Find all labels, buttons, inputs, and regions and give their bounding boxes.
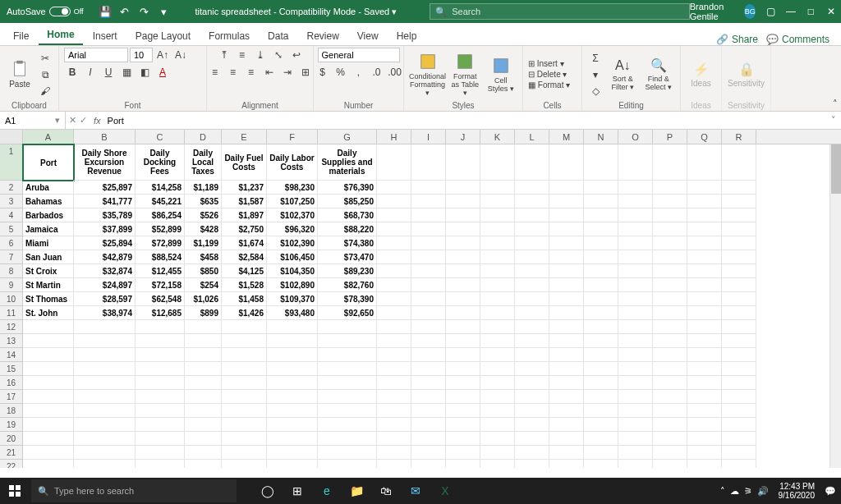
cell-M14[interactable] <box>549 348 584 362</box>
cell-K3[interactable] <box>480 195 515 208</box>
cell-R11[interactable] <box>722 306 756 320</box>
cell-L9[interactable] <box>515 278 549 292</box>
cell-H10[interactable] <box>377 292 411 306</box>
currency-icon[interactable]: $ <box>315 65 331 80</box>
cell-Q22[interactable] <box>687 460 722 468</box>
cell-J1[interactable] <box>446 144 480 181</box>
cell-A2[interactable]: Aruba <box>23 181 74 195</box>
cell-H20[interactable] <box>377 432 411 446</box>
cell-R12[interactable] <box>722 320 756 334</box>
cell-M21[interactable] <box>549 446 584 460</box>
cell-O18[interactable] <box>618 404 653 418</box>
cell-D10[interactable]: $1,026 <box>185 292 222 306</box>
tab-view[interactable]: View <box>349 27 387 45</box>
delete-cells-button[interactable]: ⊟ Delete ▾ <box>528 70 570 79</box>
cell-F1[interactable]: Daily Labor Costs <box>267 144 318 181</box>
bold-icon[interactable]: B <box>64 65 80 80</box>
cell-R3[interactable] <box>722 195 756 208</box>
cell-M5[interactable] <box>549 222 584 236</box>
cell-C15[interactable] <box>136 362 185 376</box>
cell-O7[interactable] <box>618 250 653 264</box>
cell-J20[interactable] <box>446 432 480 446</box>
cell-E12[interactable] <box>222 320 267 334</box>
cell-B22[interactable] <box>74 460 136 468</box>
cell-P13[interactable] <box>653 334 687 348</box>
cell-I18[interactable] <box>411 404 446 418</box>
cell-M17[interactable] <box>549 390 584 404</box>
cell-O19[interactable] <box>618 418 653 432</box>
cell-H4[interactable] <box>377 208 411 222</box>
cell-I6[interactable] <box>411 236 446 250</box>
cell-M4[interactable] <box>549 208 584 222</box>
mail-icon[interactable]: ✉ <box>401 478 430 504</box>
row-header-13[interactable]: 13 <box>0 334 23 348</box>
cell-H18[interactable] <box>377 404 411 418</box>
cell-E21[interactable] <box>222 446 267 460</box>
excel-icon[interactable]: X <box>430 478 460 504</box>
cell-J14[interactable] <box>446 348 480 362</box>
cell-H15[interactable] <box>377 362 411 376</box>
cell-I1[interactable] <box>411 144 446 181</box>
cell-O1[interactable] <box>618 144 653 181</box>
cell-I14[interactable] <box>411 348 446 362</box>
cell-P14[interactable] <box>653 348 687 362</box>
align-right-icon[interactable]: ≡ <box>243 65 260 80</box>
cell-G1[interactable]: Daily Supplies and materials <box>318 144 377 181</box>
cell-I5[interactable] <box>411 222 446 236</box>
share-button[interactable]: 🔗 Share <box>716 34 758 45</box>
maximize-icon[interactable]: □ <box>801 0 820 23</box>
sort-filter-button[interactable]: A↓Sort & Filter ▾ <box>606 58 640 91</box>
cell-K1[interactable] <box>480 144 515 181</box>
row-header-6[interactable]: 6 <box>0 236 23 250</box>
increase-decimal-icon[interactable]: .0 <box>369 65 385 80</box>
cell-M2[interactable] <box>549 181 584 195</box>
cell-L11[interactable] <box>515 306 549 320</box>
cell-D11[interactable]: $899 <box>185 306 222 320</box>
cell-J7[interactable] <box>446 250 480 264</box>
col-header-N[interactable]: N <box>584 130 618 144</box>
cell-C12[interactable] <box>136 320 185 334</box>
font-size-select[interactable] <box>130 48 153 62</box>
row-header-7[interactable]: 7 <box>0 250 23 264</box>
cell-O10[interactable] <box>618 292 653 306</box>
cell-C16[interactable] <box>136 376 185 390</box>
cell-J11[interactable] <box>446 306 480 320</box>
cell-I8[interactable] <box>411 264 446 278</box>
format-cells-button[interactable]: ▦ Format ▾ <box>528 80 570 89</box>
cell-N20[interactable] <box>584 432 618 446</box>
redo-icon[interactable]: ↷ <box>136 3 153 20</box>
cell-H16[interactable] <box>377 376 411 390</box>
cell-C21[interactable] <box>136 446 185 460</box>
scroll-thumb[interactable] <box>831 144 841 194</box>
cell-B10[interactable]: $28,597 <box>74 292 136 306</box>
cell-M18[interactable] <box>549 404 584 418</box>
cell-R22[interactable] <box>722 460 756 468</box>
cell-D13[interactable] <box>185 334 222 348</box>
cell-N12[interactable] <box>584 320 618 334</box>
cell-D3[interactable]: $635 <box>185 195 222 208</box>
cell-O11[interactable] <box>618 306 653 320</box>
cell-Q18[interactable] <box>687 404 722 418</box>
task-view-icon[interactable]: ⊞ <box>283 478 312 504</box>
cell-Q9[interactable] <box>687 278 722 292</box>
cell-J2[interactable] <box>446 181 480 195</box>
paste-button[interactable]: Paste <box>5 60 34 89</box>
row-header-17[interactable]: 17 <box>0 390 23 404</box>
cell-A22[interactable] <box>23 460 74 468</box>
search-box[interactable]: 🔍 Search <box>430 3 690 20</box>
cell-A6[interactable]: Miami <box>23 236 74 250</box>
cell-D15[interactable] <box>185 362 222 376</box>
cell-M1[interactable] <box>549 144 584 181</box>
row-header-16[interactable]: 16 <box>0 376 23 390</box>
cell-M8[interactable] <box>549 264 584 278</box>
cell-K4[interactable] <box>480 208 515 222</box>
tab-insert[interactable]: Insert <box>85 27 126 45</box>
cell-B18[interactable] <box>74 404 136 418</box>
cell-L19[interactable] <box>515 418 549 432</box>
cell-A19[interactable] <box>23 418 74 432</box>
cell-O15[interactable] <box>618 362 653 376</box>
copy-icon[interactable]: ⧉ <box>37 67 53 82</box>
cell-F21[interactable] <box>267 446 318 460</box>
cell-G19[interactable] <box>318 418 377 432</box>
comments-button[interactable]: 💬 Comments <box>766 34 830 45</box>
